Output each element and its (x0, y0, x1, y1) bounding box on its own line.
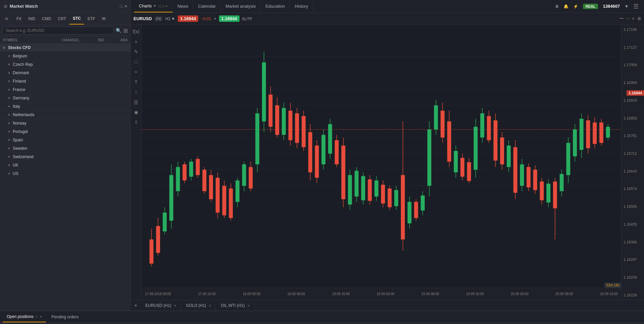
layers-icon[interactable]: ◉ (131, 108, 141, 116)
close-eurusd-tab-icon[interactable]: × (174, 304, 176, 308)
chart-close-icon[interactable]: × (166, 4, 168, 8)
plus-settings-icon[interactable]: ⊕ (637, 16, 641, 22)
svg-rect-146 (573, 130, 577, 156)
zoom-in-icon[interactable]: + (632, 16, 635, 22)
svg-rect-30 (189, 161, 193, 177)
svg-rect-124 (500, 138, 504, 165)
svg-rect-50 (255, 113, 259, 165)
dot-icon (8, 147, 10, 149)
sidebar-tab-stc[interactable]: STC (69, 13, 84, 25)
svg-rect-88 (381, 185, 385, 203)
market-watch-close[interactable]: × (124, 4, 127, 9)
tab-charts[interactable]: Charts ▼ □ □ × (134, 0, 173, 12)
sidebar-tab-fx[interactable]: FX (13, 13, 25, 25)
tab-education[interactable]: Education (261, 0, 290, 12)
list-item[interactable]: US (0, 170, 130, 178)
svg-rect-138 (546, 184, 550, 202)
plus-tool-icon[interactable]: + (131, 38, 141, 46)
symbol-list: Stocks CFD Belgium Czech Rep. Denmark Fi… (0, 44, 130, 311)
list-item[interactable]: Switzerland (0, 153, 130, 161)
svg-rect-140 (553, 182, 557, 209)
open-positions-close[interactable]: × (40, 315, 42, 319)
svg-rect-110 (454, 151, 458, 173)
list-item[interactable]: Sweden (0, 144, 130, 153)
svg-rect-54 (269, 95, 273, 127)
svg-rect-82 (361, 176, 365, 200)
open-positions-tab[interactable]: Open positions □ × (3, 311, 46, 322)
indicator-tool-icon[interactable]: f(x) (131, 28, 141, 36)
dot-icon (8, 122, 10, 124)
tab-calendar[interactable]: Calendar (193, 0, 221, 12)
close-oilwti-tab-icon[interactable]: × (248, 304, 250, 308)
chart-icon-2[interactable]: □ (162, 4, 164, 8)
search-icon[interactable]: 🔍 (116, 28, 121, 33)
sidebar-tab-ind[interactable]: IND (25, 13, 39, 25)
svg-rect-108 (447, 122, 451, 162)
price-level: 1.16919 (624, 98, 642, 102)
open-positions-minimize[interactable]: □ (36, 315, 38, 319)
share-icon[interactable]: ⇧ (131, 118, 141, 126)
list-item[interactable]: Italy (0, 102, 130, 111)
svg-rect-64 (302, 116, 306, 147)
header-bid: BID (81, 38, 104, 42)
dot-icon (8, 139, 10, 141)
sidebar-tab-crt[interactable]: CRT (54, 13, 69, 25)
list-item[interactable]: Norway (0, 119, 130, 128)
price-level: 1.16850 (624, 116, 642, 120)
list-item[interactable]: Czech Rep. (0, 60, 130, 69)
chart-tab-eurusd[interactable]: EURUSD (H1) × (141, 300, 181, 311)
price-level: 1.16435 (624, 222, 642, 226)
sidebar-tab-star[interactable]: ☆ (1, 13, 12, 25)
zoom-out-icon[interactable]: − (627, 16, 629, 22)
sidebar-tab-cmd[interactable]: CMD (39, 13, 54, 25)
svg-rect-154 (599, 123, 603, 143)
add-chart-tab-button[interactable]: + (131, 303, 141, 309)
chart-toolbar: EURUSD FX H1 ▼ 1.16944 −0.01 + 1.16944 S… (131, 13, 644, 25)
ask-price: 1.16944 (219, 15, 239, 22)
account-dropdown-icon[interactable]: ▼ (625, 4, 629, 9)
svg-rect-102 (427, 130, 431, 186)
tab-news[interactable]: News (173, 0, 194, 12)
timeframe-selector[interactable]: H1 ▼ (165, 16, 175, 21)
tab-history[interactable]: History (290, 0, 313, 12)
list-item[interactable]: Germany (0, 94, 130, 102)
sidebar-tab-etf[interactable]: ETF (84, 13, 99, 25)
star-icon[interactable]: ☆ (3, 4, 8, 9)
monitor-icon: 🖥 (555, 4, 559, 9)
bell-icon[interactable]: 🔔 (564, 4, 569, 9)
positions-tabs: Open positions □ × Pending orders (0, 311, 644, 323)
market-watch-minimize[interactable]: □ (120, 4, 123, 9)
chart-tab-gold[interactable]: GOLD (H1) × (181, 300, 216, 311)
list-item[interactable]: UK (0, 161, 130, 170)
grid-view-icon[interactable]: ⊞ (123, 28, 128, 34)
svg-rect-100 (421, 195, 425, 211)
chart-icon-1[interactable]: □ (158, 4, 161, 8)
list-item[interactable]: Belgium (0, 52, 130, 60)
pencil-tool-icon[interactable]: ✎ (131, 48, 141, 56)
tab-market-analysis[interactable]: Market analysis (221, 0, 261, 12)
list-item[interactable]: Portugal (0, 128, 130, 136)
list-item[interactable]: Netherlands (0, 111, 130, 119)
svg-rect-98 (414, 202, 418, 218)
hamburger-menu-icon[interactable]: ☰ (633, 3, 639, 10)
list-item[interactable]: Denmark (0, 69, 130, 77)
svg-rect-104 (434, 105, 438, 130)
candle-pattern-icon[interactable]: ||| (131, 98, 141, 106)
stocks-cfd-group-header[interactable]: Stocks CFD (0, 44, 130, 52)
instrument-type-tabs: ☆ FX IND CMD CRT STC ETF ✉ (0, 13, 130, 25)
wave-icon[interactable]: 〜 (619, 16, 624, 22)
chart-tab-oilwti[interactable]: OIL.WTI (H1) × (216, 300, 255, 311)
rectangle-tool-icon[interactable]: □ (131, 58, 141, 66)
fibonnaci-tool-icon[interactable]: ≈ (131, 68, 141, 76)
list-item[interactable]: France (0, 86, 130, 94)
pending-orders-tab[interactable]: Pending orders (47, 311, 83, 322)
symbol-search-input[interactable] (3, 27, 114, 35)
chart-pair-name: EURUSD (133, 16, 152, 21)
text-tool-icon[interactable]: T (131, 78, 141, 86)
sidebar-tab-mail[interactable]: ✉ (99, 13, 109, 25)
list-item[interactable]: Spain (0, 136, 130, 144)
list-item[interactable]: Finland (0, 77, 130, 86)
chart-fx-badge: FX (155, 16, 163, 21)
close-gold-tab-icon[interactable]: × (209, 304, 211, 308)
measure-tool-icon[interactable]: ↕ (131, 88, 141, 96)
